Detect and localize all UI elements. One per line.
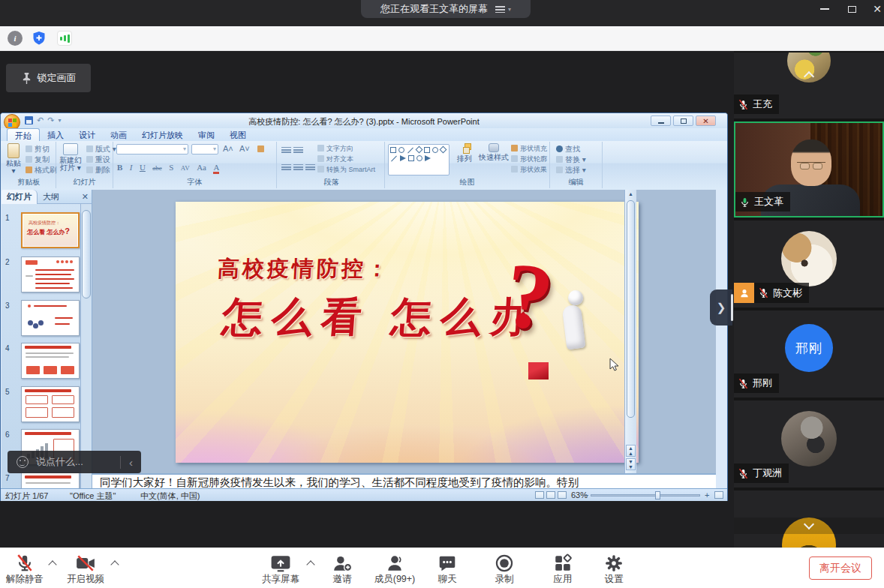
zoom-in-button[interactable]: + — [705, 490, 709, 500]
unmute-button[interactable]: 解除静音 — [0, 551, 50, 586]
share-screen-button[interactable]: 共享屏幕 — [254, 551, 308, 586]
slide-thumbnail-7[interactable] — [21, 472, 80, 488]
zoom-slider-track[interactable] — [591, 494, 700, 496]
scroll-down-button[interactable] — [734, 518, 884, 534]
tab-slideshow[interactable]: 幻灯片放映 — [134, 128, 191, 141]
security-shield-icon[interactable] — [32, 31, 47, 46]
new-slide-button[interactable]: 新建幻灯片 ▾ — [58, 143, 83, 172]
slide-thumbnail-2[interactable] — [21, 256, 80, 292]
ppt-titlebar[interactable]: ↶ ↷ ▾ 高校疫情防控: 怎么看? 怎么办? (3).pptx - Micro… — [1, 113, 727, 128]
scroll-up-button[interactable] — [734, 66, 884, 82]
shape-fill-button[interactable]: 形状填充 — [511, 144, 547, 154]
participant-tile-dingguanzhou[interactable]: 丁观洲 — [734, 400, 884, 488]
panel-scrollbar[interactable] — [80, 204, 92, 488]
font-size-combobox[interactable]: ▾ — [191, 144, 218, 154]
tab-design[interactable]: 设计 — [71, 128, 103, 141]
shrink-font-button[interactable]: A˅ — [239, 144, 250, 154]
previous-slide-button[interactable]: ▲▲ — [626, 445, 636, 457]
slideshow-view-button[interactable] — [558, 491, 567, 499]
find-button[interactable]: 查找 — [556, 144, 580, 154]
underline-button[interactable]: U — [140, 163, 146, 172]
format-painter-button[interactable]: 格式刷 — [26, 165, 57, 175]
participant-tile-xinggang[interactable]: 邢刚 邢刚 — [734, 310, 884, 398]
slide-sorter-view-button[interactable] — [546, 491, 555, 499]
apps-button[interactable]: 应用 — [539, 551, 587, 586]
panel-close-icon[interactable]: ✕ — [82, 192, 89, 202]
zoom-out-button[interactable]: − — [584, 490, 588, 500]
video-options-chevron[interactable] — [112, 562, 119, 569]
normal-view-button[interactable] — [535, 491, 544, 499]
paste-button[interactable]: 粘贴 ▾ — [4, 143, 23, 175]
mic-options-chevron[interactable] — [50, 562, 57, 569]
chat-placeholder[interactable]: 说点什么... — [36, 455, 83, 469]
text-direction-button[interactable]: 文字方向 — [317, 144, 353, 154]
participant-tile-wangchong[interactable]: 王充 — [734, 52, 884, 118]
window-close-button[interactable]: ✕ — [867, 0, 884, 18]
tab-insert[interactable]: 插入 — [40, 128, 71, 141]
network-signal-icon[interactable] — [57, 31, 72, 46]
slide-scrollbar[interactable]: ▲ ▲▲ ▼▼ — [624, 190, 636, 473]
members-button[interactable]: 成员(99+) — [366, 551, 423, 586]
share-options-chevron[interactable] — [308, 562, 315, 569]
chat-quick-bar[interactable]: 说点什么... ‹ — [8, 451, 141, 473]
copy-button[interactable]: 复制 — [26, 154, 50, 164]
slide-canvas[interactable]: 高校疫情防控： 怎么看 怎么办 ? — [176, 202, 639, 463]
select-button[interactable]: 选择 ▾ — [556, 165, 586, 175]
window-maximize-button[interactable] — [842, 0, 861, 18]
smartart-button[interactable]: 转换为 SmartArt — [317, 165, 375, 175]
meeting-info-icon[interactable]: i — [8, 31, 23, 46]
shapes-gallery[interactable] — [388, 144, 450, 176]
participant-tile-chenwenbin[interactable]: 陈文彬 — [734, 220, 884, 308]
emoji-icon[interactable] — [17, 456, 29, 468]
chat-button[interactable]: 聊天 — [423, 551, 471, 586]
ppt-close-button[interactable]: ✕ — [696, 116, 716, 126]
quick-styles-button[interactable]: 快速样式 — [478, 143, 510, 161]
invite-button[interactable]: 邀请 — [318, 551, 366, 586]
next-slide-button[interactable]: ▼▼ — [626, 458, 636, 470]
ppt-minimize-button[interactable] — [651, 116, 671, 126]
leave-meeting-button[interactable]: 离开会议 — [809, 556, 872, 580]
shape-effects-button[interactable]: 形状效果 — [511, 165, 547, 175]
tab-animations[interactable]: 动画 — [103, 128, 134, 141]
sidebar-collapse-handle[interactable]: ❯ — [710, 290, 732, 326]
bold-button[interactable]: B — [117, 163, 122, 172]
character-spacing-button[interactable]: AV — [181, 164, 190, 172]
align-text-button[interactable]: 对齐文本 — [317, 154, 353, 164]
tab-home[interactable]: 开始 — [7, 128, 40, 141]
grow-font-button[interactable]: A˄ — [223, 144, 233, 154]
window-minimize-button[interactable] — [815, 0, 834, 18]
slide-thumbnail-3[interactable] — [21, 300, 80, 336]
speaker-notes[interactable]: 同学们大家好！自新冠肺炎疫情发生以来，我们的学习、生活都不同程度地受到了疫情的影… — [92, 473, 716, 488]
alignment-buttons[interactable] — [281, 161, 317, 175]
fit-to-window-button[interactable] — [714, 491, 723, 499]
cut-button[interactable]: 剪切 — [26, 144, 50, 154]
panel-tab-outline[interactable]: 大纲 — [38, 190, 65, 204]
italic-button[interactable]: I — [130, 163, 133, 172]
slide-thumbnail-5[interactable] — [21, 386, 80, 422]
panel-tab-slides[interactable]: 幻灯片 — [2, 190, 38, 204]
font-name-combobox[interactable]: ▾ — [116, 144, 188, 154]
participant-tile-wangwenge[interactable]: 王文革 — [734, 122, 884, 218]
participant-tile-partial[interactable] — [734, 490, 884, 548]
ppt-maximize-button[interactable] — [673, 116, 693, 126]
layout-button[interactable]: 版式 ▾ — [86, 144, 116, 154]
shadow-button[interactable]: S — [169, 163, 173, 172]
hamburger-menu-icon[interactable] — [495, 6, 505, 13]
settings-button[interactable]: 设置 — [590, 551, 638, 586]
tab-review[interactable]: 审阅 — [191, 128, 222, 141]
change-case-button[interactable]: Aa — [197, 163, 206, 172]
zoom-slider-thumb[interactable] — [655, 491, 660, 500]
slide-thumbnail-4[interactable] — [21, 343, 80, 379]
font-color-button[interactable]: A — [213, 163, 219, 174]
lock-view-button[interactable]: 锁定画面 — [6, 64, 91, 92]
slide-thumbnail-1[interactable]: 高校疫情防控： 怎么看 怎么办? — [21, 212, 80, 248]
shape-outline-button[interactable]: 形状轮廓 — [511, 154, 547, 164]
delete-button[interactable]: 删除 — [86, 165, 110, 175]
clear-formatting-button[interactable] — [257, 144, 266, 154]
reset-button[interactable]: 重设 — [86, 154, 110, 164]
chat-collapse-icon[interactable]: ‹ — [120, 456, 141, 469]
language-status[interactable]: 中文(简体, 中国) — [140, 490, 200, 502]
replace-button[interactable]: 替换 ▾ — [556, 154, 586, 164]
screen-watch-pill[interactable]: 您正在观看王文革的屏幕 ▾ — [361, 0, 531, 18]
strikethrough-button[interactable]: abc — [152, 164, 162, 172]
